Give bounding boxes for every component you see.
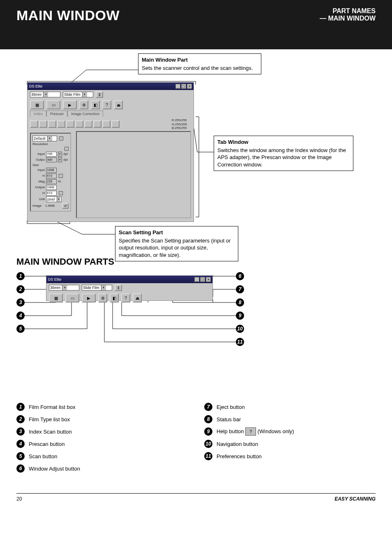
title-bar[interactable]: DS Elite _ ▢ ✕: [28, 83, 194, 90]
index-scan-button[interactable]: ▦: [49, 293, 63, 302]
legend-5: Scan button: [29, 453, 188, 459]
save-icon[interactable]: [59, 136, 63, 141]
legend-7: Eject button: [217, 404, 376, 410]
figure-main-window: Main Window Part Sets the scanner contro…: [16, 49, 376, 247]
chevron-down-icon[interactable]: ▾: [58, 157, 62, 162]
tool-icon[interactable]: [75, 120, 83, 128]
tool-icon[interactable]: [39, 120, 47, 128]
film-type-listbox[interactable]: Slide Film▾: [82, 285, 112, 291]
window-adjust-button[interactable]: ⇕: [115, 284, 122, 291]
maximize-button[interactable]: ▢: [200, 277, 205, 282]
marker-9: 9: [236, 312, 244, 320]
unit-listbox[interactable]: pixel▾: [46, 196, 62, 202]
rgb-readout: R:255/255 G:255/255 B:255/255: [172, 118, 191, 130]
legend-1: Film Format list box: [29, 404, 188, 410]
reset-button[interactable]: ↺: [62, 203, 69, 209]
index-scan-button[interactable]: ▦: [30, 100, 44, 109]
film-type-listbox[interactable]: Slide Film▾: [63, 92, 93, 97]
prescan-button[interactable]: ▭: [46, 100, 60, 109]
help-cursor-icon: ?: [245, 427, 256, 436]
marker-3: 3: [16, 298, 25, 307]
help-button[interactable]: ?: [121, 293, 130, 302]
size-label: Size: [32, 163, 69, 167]
chevron-down-icon[interactable]: ▾: [58, 152, 62, 157]
tab-index[interactable]: Index: [30, 111, 46, 117]
navigation-button[interactable]: ◧: [110, 293, 119, 302]
film-format-listbox[interactable]: 35mm▾: [49, 285, 79, 291]
tool-icon[interactable]: [66, 120, 74, 128]
tab-prescan[interactable]: Prescan: [46, 111, 67, 117]
tool-icon[interactable]: [102, 120, 111, 128]
window-controls: _ ▢ ✕: [175, 84, 192, 89]
window-adjust-button[interactable]: ⇕: [96, 91, 103, 98]
res-input-field[interactable]: [46, 152, 57, 157]
scan-button[interactable]: ▶: [63, 100, 77, 109]
chevron-down-icon: ▾: [43, 92, 48, 97]
app-window-toolbar-crop: DS Elite _ ▢ ✕ 35mm▾ Slide Film▾ ⇕ ▦ ▭ ▶…: [46, 275, 213, 301]
legend-6: Window Adjust button: [29, 466, 188, 472]
page-footer: 20 EASY SCANNING: [16, 493, 376, 514]
callout-main-window-part: Main Window Part Sets the scanner contro…: [138, 53, 261, 74]
page-number: 20: [16, 496, 22, 502]
lock-icon[interactable]: [59, 174, 63, 178]
prescan-button[interactable]: ▭: [65, 293, 79, 302]
app-title: DS Elite: [29, 84, 43, 88]
scan-settings-panel: Default▾ Resolution Input ▾ dpi Outpu ▾ …: [30, 133, 71, 212]
header-subtitle: PART NAMES — MAIN WINDOW: [320, 7, 376, 22]
icon-toolbar: R:255/255 G:255/255 B:255/255: [28, 117, 194, 132]
footer-section: EASY SCANNING: [334, 496, 376, 502]
legend-10: Navigation button: [217, 441, 376, 447]
navigation-button[interactable]: ◧: [91, 100, 100, 109]
legend-9: Help button ? (Windows only): [217, 427, 376, 436]
marker-7: 7: [236, 285, 244, 293]
minimize-button[interactable]: _: [194, 277, 199, 282]
mag-field[interactable]: [46, 179, 57, 184]
header-title: MAIN WINDOW: [16, 7, 120, 23]
size-in-w-field[interactable]: [46, 168, 57, 173]
tool-icon[interactable]: [48, 120, 56, 128]
legend-3: Index Scan button: [29, 429, 188, 435]
callout-tab-window: Tab Window Switches the window among the…: [214, 136, 353, 171]
maximize-button[interactable]: ▢: [181, 84, 186, 89]
preferences-button[interactable]: ⚙: [98, 293, 107, 302]
title-bar[interactable]: DS Elite _ ▢ ✕: [46, 276, 212, 283]
marker-1: 1: [16, 272, 25, 280]
preferences-button[interactable]: ⚙: [79, 100, 88, 109]
size-in-h-field[interactable]: [46, 173, 57, 178]
res-output-field[interactable]: [46, 157, 57, 162]
film-format-listbox[interactable]: 35mm▾: [30, 92, 60, 97]
size-out-h-field[interactable]: [46, 191, 57, 196]
tool-icon[interactable]: [30, 120, 38, 128]
figure-main-window-parts: 1 2 3 4 5 6 7 8 9 10 11: [16, 275, 376, 378]
legend-2: Film Type list box: [29, 416, 188, 422]
scan-button[interactable]: ▶: [82, 293, 96, 302]
legend-11: Preferences button: [217, 453, 376, 459]
lock-icon[interactable]: [59, 191, 63, 195]
marker-2: 2: [16, 285, 25, 293]
legend-8: Status bar: [217, 416, 376, 422]
callout-scan-setting-part: Scan Setting Part Specifies the Scan Set…: [115, 226, 238, 261]
legend-4: Prescan button: [29, 441, 188, 447]
eject-button[interactable]: ⏏: [133, 293, 142, 302]
tool-icon[interactable]: [93, 120, 101, 128]
lock-icon[interactable]: [65, 147, 69, 151]
close-button[interactable]: ✕: [187, 84, 192, 89]
close-button[interactable]: ✕: [206, 277, 211, 282]
help-button[interactable]: ?: [102, 100, 111, 109]
marker-11: 11: [236, 338, 244, 346]
tool-icon[interactable]: [57, 120, 65, 128]
tab-image-correction[interactable]: Image Correction: [67, 111, 103, 117]
tool-icon[interactable]: [84, 120, 92, 128]
default-listbox[interactable]: Default▾: [32, 136, 57, 141]
page-header: MAIN WINDOW PART NAMES — MAIN WINDOW: [0, 0, 392, 49]
marker-8: 8: [236, 298, 244, 307]
top-controls: 35mm▾ Slide Film▾ ⇕: [28, 90, 194, 99]
marker-10: 10: [236, 325, 244, 333]
legend: 1 Film Format list box 2 Film Type list …: [16, 399, 376, 477]
eject-button[interactable]: ⏏: [114, 100, 123, 109]
minimize-button[interactable]: _: [175, 84, 180, 89]
marker-5: 5: [16, 325, 25, 333]
size-out-w-field[interactable]: [46, 185, 57, 190]
app-window: DS Elite _ ▢ ✕ 35mm▾ Slide Film▾ ⇕ ▦ ▭: [27, 82, 194, 222]
tool-icon[interactable]: [111, 120, 120, 128]
